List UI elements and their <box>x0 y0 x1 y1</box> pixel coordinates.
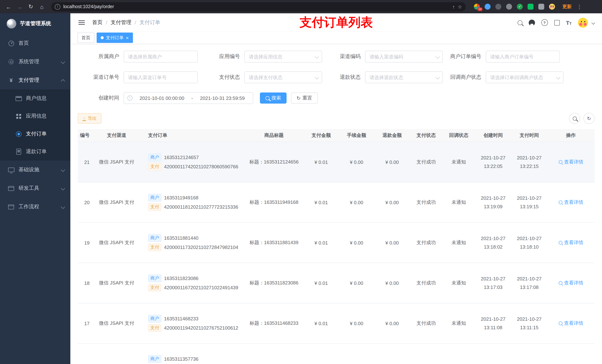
sidebar-item-merchant-info[interactable]: 商户信息 <box>0 90 70 107</box>
merchant-order-no-input[interactable] <box>486 51 560 62</box>
merchant-tag: 商户 <box>148 194 161 202</box>
create-time-cell: 2021-10-2713:17:03 <box>475 274 511 292</box>
chevron-down-icon <box>315 54 319 59</box>
order-id-cell: 17 <box>78 321 93 326</box>
top-navbar: 首页 / 支付管理 / 支付订单 支付订单列表 <box>70 13 602 32</box>
profile-avatar-icon[interactable] <box>549 4 555 10</box>
chevron-down-icon <box>61 186 65 190</box>
browser-toolbar: ← → ↻ ⌂ localhost:1024/pay/order ↑ ☆ 10 … <box>0 0 602 13</box>
sidebar-item-payment[interactable]: 支付管理 <box>0 71 70 90</box>
address-bar[interactable]: localhost:1024/pay/order ↑ ☆ <box>51 2 466 11</box>
merchant-label: 所属商户 <box>78 53 124 60</box>
sidebar-fold-icon[interactable] <box>78 20 85 21</box>
search-icon <box>559 322 562 325</box>
create-time-cell: 2021-10-2713:22:05 <box>475 153 511 171</box>
sidebar-item-workflow[interactable]: 工作流程 <box>0 198 70 216</box>
extension-icon-5[interactable] <box>517 4 523 10</box>
font-size-icon[interactable] <box>566 20 572 25</box>
close-icon[interactable]: × <box>126 35 129 40</box>
chevron-down-icon <box>556 75 560 80</box>
channel-order-no-label: 渠道订单号 <box>78 74 124 81</box>
date-end-input[interactable] <box>195 95 249 101</box>
extension-icon-4[interactable] <box>506 4 512 10</box>
share-icon[interactable]: ↑ <box>452 4 455 10</box>
tab-pay-order[interactable]: 支付订单 × <box>97 32 133 43</box>
sidebar-item-app-info[interactable]: 应用信息 <box>0 107 70 125</box>
extensions-pin-icon[interactable] <box>538 4 544 10</box>
actions-cell: 查看详情 <box>547 320 595 327</box>
extension-badge: 10 <box>477 7 483 11</box>
product-title-cell: 标题：1635312124656 <box>244 159 304 165</box>
channel-code-select[interactable] <box>365 51 443 62</box>
app-select[interactable] <box>244 51 322 62</box>
user-avatar[interactable] <box>578 18 588 28</box>
view-detail-link[interactable]: 查看详情 <box>559 239 583 246</box>
date-start-input[interactable] <box>135 95 189 101</box>
site-info-icon[interactable] <box>55 4 60 10</box>
reload-icon[interactable]: ↻ <box>26 2 35 11</box>
fee-amount-cell: ¥ 0.00 <box>339 199 374 205</box>
chevron-down-icon <box>61 205 65 209</box>
create-time-range[interactable]: - <box>124 92 253 104</box>
refund-status-select[interactable] <box>365 71 443 83</box>
github-icon[interactable] <box>528 20 535 26</box>
extension-icon-6[interactable] <box>527 4 534 10</box>
export-button[interactable]: 导出 <box>78 113 101 124</box>
url-text[interactable]: localhost:1024/pay/order <box>63 4 450 9</box>
toggle-search-button[interactable] <box>569 113 580 124</box>
notify-status-cell: 未通知 <box>442 199 475 206</box>
sidebar-item-system[interactable]: 系统管理 <box>0 52 70 71</box>
home-icon[interactable]: ⌂ <box>37 2 47 11</box>
sidebar-item-refund-order[interactable]: 退款订单 <box>0 143 70 161</box>
pay-order-cell: 商户1635311468233 支付4200001194202110276752… <box>141 313 244 333</box>
search-icon[interactable] <box>517 20 522 25</box>
sidebar-item-home[interactable]: 首页 <box>0 34 70 52</box>
order-id-cell: 20 <box>78 199 93 205</box>
fullscreen-icon[interactable] <box>554 20 559 25</box>
reset-button[interactable]: 重置 <box>291 93 318 104</box>
search-icon <box>559 200 562 204</box>
sidebar: 芋道管理系统 首页 系统管理 支付管理 商户信息 <box>0 13 70 364</box>
merchant-input[interactable] <box>124 51 198 62</box>
dashboard-icon <box>7 41 15 46</box>
table-row: 21 微信 JSAPI 支付 商户1635312124657 支付4200001… <box>78 142 595 182</box>
product-title-cell: 标题：1635311881439 <box>244 239 304 246</box>
pay-status-cell: 支付成功 <box>410 199 442 206</box>
notify-status-cell: 未通知 <box>442 239 475 246</box>
browser-menu-icon[interactable]: ⋮ <box>575 4 583 10</box>
extension-icon-2[interactable] <box>485 4 491 10</box>
back-icon[interactable]: ← <box>4 2 13 11</box>
channel-order-no-input[interactable] <box>124 71 198 83</box>
refresh-table-button[interactable] <box>583 113 595 124</box>
merchant-tag: 商户 <box>148 154 161 161</box>
help-icon[interactable] <box>541 19 548 26</box>
pay-status-select[interactable] <box>244 71 322 83</box>
tab-home[interactable]: 首页 <box>77 32 94 43</box>
sidebar-item-pay-order[interactable]: 支付订单 <box>0 125 70 143</box>
bookmark-star-icon[interactable]: ☆ <box>458 4 462 10</box>
sidebar-item-infra[interactable]: 基础设施 <box>0 161 70 179</box>
search-button[interactable]: 搜索 <box>260 93 287 104</box>
table-header: 编号 支付渠道 支付订单 商品标题 支付金额 手续金额 退款金额 支付状态 回调… <box>78 129 595 142</box>
view-detail-link[interactable]: 查看详情 <box>559 320 583 327</box>
view-detail-link[interactable]: 查看详情 <box>559 280 583 286</box>
refund-amount-cell: ¥ 0.00 <box>374 199 410 205</box>
forward-icon[interactable]: → <box>15 2 24 11</box>
avatar-caret-icon[interactable] <box>591 21 595 24</box>
actions-cell: 查看详情 <box>547 199 595 206</box>
view-detail-link[interactable]: 查看详情 <box>559 159 583 165</box>
breadcrumb-payment[interactable]: 支付管理 <box>111 19 131 26</box>
pay-status-cell: 支付成功 <box>410 159 442 165</box>
create-time-cell: 2021-10-2713:11:08 <box>475 315 511 332</box>
notify-status-select[interactable] <box>486 71 563 83</box>
chrome-update-button[interactable]: 更新 <box>562 3 572 10</box>
extension-icon-1[interactable]: 10 <box>474 4 480 10</box>
pay-tag: 支付 <box>148 284 161 291</box>
pay-channel-cell: 微信 JSAPI 支付 <box>93 280 141 286</box>
sidebar-item-devtools[interactable]: 研发工具 <box>0 179 70 198</box>
view-detail-link[interactable]: 查看详情 <box>559 199 583 206</box>
workflow-icon <box>7 204 15 209</box>
tags-view-bar: 首页 支付订单 × <box>70 32 602 44</box>
breadcrumb-home[interactable]: 首页 <box>92 19 103 26</box>
extension-icon-3[interactable] <box>495 4 501 10</box>
